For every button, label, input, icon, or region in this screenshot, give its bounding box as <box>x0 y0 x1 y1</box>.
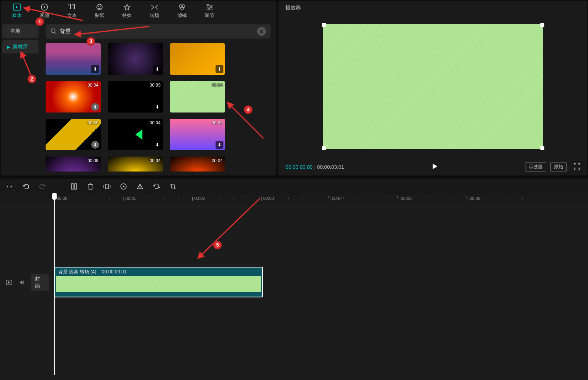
media-thumb[interactable]: 00:34⬇ <box>46 81 101 113</box>
sidebar-library[interactable]: ▶素材库 <box>2 40 39 53</box>
crop-tool[interactable] <box>168 182 178 191</box>
preview-frame <box>323 24 543 149</box>
ruler-mark: | 00:01 <box>123 196 136 201</box>
svg-point-9 <box>207 4 209 6</box>
tab-text[interactable]: TI 文本 <box>59 2 85 20</box>
svg-point-12 <box>51 29 55 33</box>
media-thumb[interactable]: ⬇ <box>108 43 163 75</box>
media-thumb[interactable]: 00:04⬇ <box>108 119 163 150</box>
timeline-tracks[interactable]: 封面 背景 线条 转场 (4) 00:00:03:01 <box>0 205 588 380</box>
rotate-tool[interactable] <box>152 182 161 191</box>
chevron-right-icon: ▶ <box>7 45 10 49</box>
player-time: 00:00:00:00|00:00:03:01 <box>286 164 344 170</box>
svg-point-5 <box>100 6 101 7</box>
transition-icon <box>150 3 159 11</box>
media-thumb[interactable]: 00:04 <box>170 157 225 172</box>
resize-handle[interactable] <box>322 23 326 27</box>
search-icon <box>50 28 57 35</box>
oscilloscope-button[interactable]: 示波器 <box>525 162 546 172</box>
svg-point-10 <box>210 6 212 8</box>
svg-rect-15 <box>105 184 109 189</box>
svg-point-2 <box>44 6 45 8</box>
playhead[interactable] <box>54 194 55 375</box>
split-tool[interactable] <box>69 182 79 191</box>
tab-effects[interactable]: 特效 <box>114 2 140 20</box>
clip-thumbnail <box>56 276 261 292</box>
ruler-mark: | 00:06 <box>467 196 480 201</box>
frame-tool[interactable] <box>102 182 112 191</box>
speed-tool[interactable] <box>119 182 128 191</box>
mirror-tool[interactable] <box>135 182 145 191</box>
filter-icon <box>178 3 186 11</box>
svg-rect-14 <box>75 184 76 189</box>
timeline-ruler[interactable]: | 00:00| 00:01| 00:02| 00:03| 00:04| 00:… <box>0 194 588 205</box>
ruler-mark: | 00:03 <box>261 196 274 201</box>
media-sidebar: 本地 ▶素材库 <box>1 20 40 175</box>
ruler-mark: | 00:02 <box>192 196 205 201</box>
clip-duration: 00:00:03:01 <box>102 269 127 275</box>
timeline-clip[interactable]: 背景 线条 转场 (4) 00:00:03:01 <box>54 267 263 297</box>
download-icon[interactable]: ⬇ <box>153 103 161 111</box>
timeline-toolbar: ▾ <box>0 179 588 194</box>
delete-tool[interactable] <box>86 182 95 191</box>
media-thumb[interactable]: 00:09 <box>46 157 101 172</box>
media-grid: ⬇ ⬇ ⬇ 00:34⬇ 00:09⬇ 00:04 00:30⬇ 00:04⬇ … <box>46 43 271 172</box>
player-controls: 00:00:00:00|00:00:03:01 示波器 原始 <box>278 158 587 175</box>
search-input[interactable] <box>60 28 257 35</box>
search-bar: ✕ <box>46 24 271 39</box>
download-icon[interactable]: ⬇ <box>91 65 99 73</box>
tab-adjust[interactable]: 调节 <box>197 2 223 20</box>
original-button[interactable]: 原始 <box>550 162 567 172</box>
sticker-icon <box>95 3 104 11</box>
fullscreen-icon[interactable] <box>574 163 580 171</box>
svg-rect-13 <box>72 184 73 189</box>
media-thumb[interactable]: 00:09⬇ <box>108 81 163 113</box>
clear-search-button[interactable]: ✕ <box>257 27 266 36</box>
redo-button[interactable] <box>38 182 47 191</box>
tab-filter[interactable]: 滤镜 <box>169 2 195 20</box>
undo-button[interactable] <box>21 182 31 191</box>
audio-icon <box>40 3 49 11</box>
tab-media[interactable]: 媒体 <box>4 2 30 20</box>
cover-button[interactable]: 封面 <box>31 274 49 291</box>
video-track-icon[interactable] <box>5 278 13 287</box>
player-title: 播放器 <box>278 1 587 15</box>
resize-handle[interactable] <box>540 146 544 150</box>
download-icon[interactable]: ⬇ <box>153 65 161 73</box>
ruler-mark: | 00:05 <box>398 196 411 201</box>
play-button[interactable] <box>431 163 438 171</box>
sidebar-local[interactable]: 本地 <box>2 24 39 38</box>
media-thumb[interactable]: 00:30⬇ <box>46 119 101 150</box>
svg-point-11 <box>208 8 210 10</box>
media-thumb[interactable]: 00:04 <box>108 157 163 172</box>
resize-handle[interactable] <box>540 23 544 27</box>
tab-transition[interactable]: 转场 <box>142 2 168 20</box>
player-canvas[interactable] <box>278 15 587 158</box>
download-icon[interactable]: ⬇ <box>216 65 223 73</box>
media-thumb[interactable]: 00:09⬇ <box>170 119 225 150</box>
ruler-mark: | 00:04 <box>330 196 343 201</box>
audio-track-icon[interactable] <box>18 278 26 287</box>
download-icon[interactable]: ⬇ <box>91 103 99 111</box>
text-icon: TI <box>68 3 76 11</box>
media-thumb[interactable]: ⬇ <box>46 43 101 75</box>
tab-audio[interactable]: 音频 <box>31 2 57 20</box>
resize-handle[interactable] <box>322 146 326 150</box>
download-icon[interactable]: ⬇ <box>91 141 99 149</box>
download-icon[interactable]: ⬇ <box>216 141 223 149</box>
clip-name: 背景 线条 转场 (4) <box>58 269 96 275</box>
tab-sticker[interactable]: 贴纸 <box>87 2 112 20</box>
effects-icon <box>123 3 131 11</box>
media-thumb[interactable]: 00:04 <box>170 81 225 113</box>
svg-point-4 <box>98 6 99 7</box>
adjust-icon <box>205 3 214 11</box>
top-tabs: 媒体 音频 TI 文本 贴纸 特效 转场 <box>1 1 276 20</box>
cursor-tool[interactable]: ▾ <box>5 182 14 191</box>
media-thumb[interactable]: ⬇ <box>170 43 225 75</box>
svg-point-3 <box>97 4 102 10</box>
media-icon <box>13 3 21 11</box>
download-icon[interactable]: ⬇ <box>153 141 161 149</box>
